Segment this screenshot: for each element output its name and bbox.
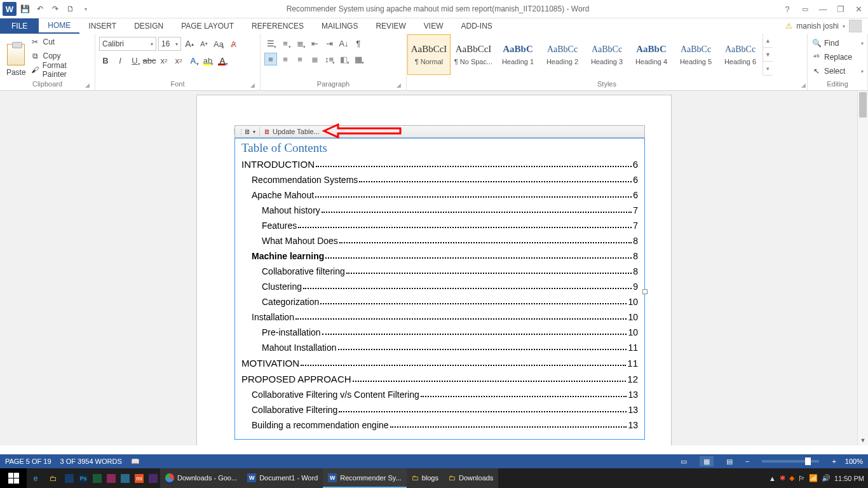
underline-button[interactable]: U▾: [128, 54, 141, 67]
tray-volume-icon[interactable]: 🔊: [822, 474, 831, 482]
toc-entry[interactable]: MOTIVATION11: [241, 355, 638, 371]
tray-clock[interactable]: 11:50 PM: [834, 475, 864, 482]
toc-entry[interactable]: Recommendation Systems6: [241, 172, 638, 187]
tab-review[interactable]: REVIEW: [367, 18, 414, 34]
toc-entry[interactable]: Features7: [241, 218, 638, 233]
style-heading-6[interactable]: AaBbCcHeading 6: [719, 34, 762, 75]
zoom-out-icon[interactable]: −: [745, 458, 749, 465]
taskbar-app2-icon[interactable]: [90, 468, 104, 488]
taskbar-app5-icon[interactable]: [146, 468, 160, 488]
show-marks-icon[interactable]: ¶: [352, 37, 365, 50]
tab-references[interactable]: REFERENCES: [243, 18, 313, 34]
tray-icon-1[interactable]: ✱: [780, 474, 785, 482]
bold-button[interactable]: B: [99, 54, 112, 67]
style-heading-4[interactable]: AaBbCHeading 4: [630, 34, 673, 75]
toc-entry[interactable]: INTRODUCTION6: [241, 156, 638, 172]
strike-button[interactable]: abc: [143, 54, 156, 67]
toc-entry[interactable]: What Mahout Does8: [241, 233, 638, 248]
styles-dialog-icon[interactable]: ◢: [801, 82, 806, 88]
decrease-indent-icon[interactable]: ⇤: [308, 37, 321, 50]
tray-network-icon[interactable]: 📶: [809, 474, 818, 482]
toc-entry[interactable]: Collaborative filtering8: [241, 264, 638, 279]
minimize-icon[interactable]: —: [816, 4, 830, 14]
line-spacing-icon[interactable]: ↕≡▾: [323, 53, 336, 65]
toc-grip-icon[interactable]: ⋮⋮: [235, 128, 240, 136]
undo-icon[interactable]: ↶: [33, 2, 47, 16]
tray-up-icon[interactable]: ▲: [769, 475, 776, 482]
highlight-icon[interactable]: ab▾: [201, 54, 214, 67]
toc-entry[interactable]: Collaborative Filtering v/s Content Filt…: [241, 387, 638, 402]
align-center-icon[interactable]: ≡: [279, 53, 292, 65]
replace-button[interactable]: ᵃᵇReplace: [811, 51, 864, 64]
help-icon[interactable]: ?: [780, 4, 794, 14]
shrink-font-icon[interactable]: A▾: [198, 37, 210, 50]
tray-icon-2[interactable]: ◆: [789, 474, 794, 482]
toc-entry[interactable]: Mahout history7: [241, 203, 638, 218]
status-proof-icon[interactable]: 📖: [131, 458, 140, 466]
new-doc-icon[interactable]: 🗋: [64, 2, 78, 16]
align-right-icon[interactable]: ≡: [294, 53, 306, 65]
shading-icon[interactable]: ◧▾: [337, 53, 350, 65]
toc-entry[interactable]: Collaborative Filtering13: [241, 402, 638, 417]
bullets-icon[interactable]: ☰▾: [264, 37, 277, 50]
redo-icon[interactable]: ↷: [48, 2, 62, 16]
style-heading-2[interactable]: AaBbCcHeading 2: [541, 34, 584, 75]
taskbar-ie-icon[interactable]: e: [27, 468, 44, 488]
style-heading-1[interactable]: AaBbCHeading 1: [496, 34, 539, 75]
toc-entry[interactable]: PROPOSED APPROACH12: [241, 371, 638, 387]
select-button[interactable]: ↖Select▾: [811, 65, 864, 78]
document-area[interactable]: ⋮⋮ 🗎▾ 🗎Update Table... Table of Contents…: [0, 91, 868, 445]
task-downloads[interactable]: 🗀Downloads: [444, 468, 498, 488]
paragraph-dialog-icon[interactable]: ◢: [397, 82, 401, 88]
borders-icon[interactable]: ▦▾: [352, 53, 365, 65]
toc-entry[interactable]: Pre-installation10: [241, 325, 638, 340]
status-words[interactable]: 3 OF 3954 WORDS: [60, 458, 122, 465]
task-document1---word[interactable]: WDocument1 - Word: [242, 468, 323, 488]
change-case-icon[interactable]: Aa▾: [212, 37, 225, 50]
view-web-icon[interactable]: ▤: [722, 456, 736, 466]
numbering-icon[interactable]: ≡▾: [279, 37, 292, 50]
find-button[interactable]: 🔍Find▾: [811, 37, 864, 50]
cut-button[interactable]: ✂Cut: [30, 36, 91, 48]
format-painter-button[interactable]: 🖌Format Painter: [30, 64, 91, 76]
taskbar-app4-icon[interactable]: [118, 468, 132, 488]
subscript-button[interactable]: x2: [158, 54, 170, 67]
taskbar-explorer-icon[interactable]: 🗀: [44, 468, 62, 488]
increase-indent-icon[interactable]: ⇥: [323, 37, 336, 50]
align-left-icon[interactable]: ≡: [264, 53, 277, 65]
grow-font-icon[interactable]: A▴: [183, 37, 196, 50]
zoom-slider[interactable]: [762, 460, 819, 463]
vertical-scrollbar[interactable]: ▲ ▼: [857, 91, 868, 445]
text-effects-icon[interactable]: A▾: [187, 54, 200, 67]
close-icon[interactable]: ✕: [851, 4, 865, 14]
sort-icon[interactable]: A↓: [337, 37, 350, 50]
qat-customize-icon[interactable]: ▾: [79, 2, 93, 16]
toc-entry[interactable]: Clustering9: [241, 279, 638, 294]
toc-entry[interactable]: Apache Mahout6: [241, 187, 638, 203]
tab-mailings[interactable]: MAILINGS: [313, 18, 367, 34]
toc-entry[interactable]: Building a recommendation engine13: [241, 417, 638, 433]
view-read-icon[interactable]: ▭: [677, 456, 691, 466]
restore-icon[interactable]: ❐: [834, 4, 848, 14]
font-name-selector[interactable]: Calibri▾: [99, 37, 156, 51]
zoom-level[interactable]: 100%: [845, 458, 863, 465]
clipboard-dialog-icon[interactable]: ◢: [85, 82, 90, 88]
status-page[interactable]: PAGE 5 OF 19: [5, 458, 51, 465]
tab-view[interactable]: VIEW: [415, 18, 452, 34]
taskbar-mi-icon[interactable]: mi: [132, 468, 146, 488]
style-scroll[interactable]: ▲▼▾: [763, 34, 773, 76]
task-recommender-sy---[interactable]: WRecommender Sy...: [323, 468, 406, 488]
style---normal[interactable]: AaBbCcI¶ Normal: [407, 34, 451, 75]
font-size-selector[interactable]: 16▾: [158, 37, 181, 51]
tab-addins[interactable]: ADD-INS: [452, 18, 501, 34]
multilevel-icon[interactable]: ≣▾: [294, 37, 306, 50]
copy-button[interactable]: ⧉Copy: [30, 50, 91, 62]
style---no-spac---[interactable]: AaBbCcI¶ No Spac...: [452, 34, 495, 75]
tray-flag-icon[interactable]: 🏳: [798, 475, 805, 482]
taskbar-ps-icon[interactable]: Ps: [76, 468, 90, 488]
scroll-thumb[interactable]: [859, 92, 867, 118]
font-dialog-icon[interactable]: ◢: [250, 82, 255, 88]
italic-button[interactable]: I: [114, 54, 126, 67]
update-table-button[interactable]: 🗎Update Table...: [260, 126, 323, 137]
taskbar-app3-icon[interactable]: [104, 468, 118, 488]
